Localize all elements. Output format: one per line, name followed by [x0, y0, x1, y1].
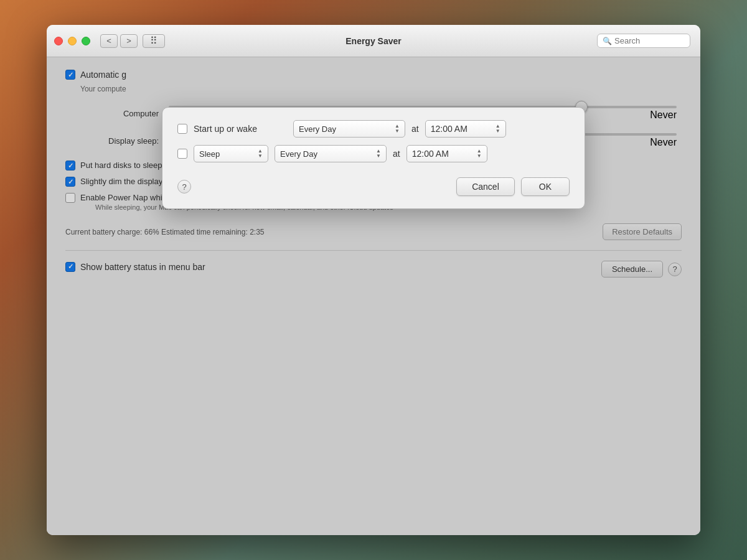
down-arrow-sleep: ▼ [258, 154, 263, 159]
minimize-button[interactable] [68, 37, 77, 45]
main-window: < > ⠿ Energy Saver 🔍 Automatic g Your co… [47, 25, 700, 535]
startup-at-label: at [411, 124, 419, 134]
cancel-button[interactable]: Cancel [456, 177, 515, 196]
search-icon: 🔍 [603, 37, 612, 45]
modal-row-startup: Start up or wake Every Day ▲ ▼ at 12:00 … [177, 120, 570, 138]
modal-action-buttons: Cancel OK [456, 177, 570, 196]
search-box[interactable]: 🔍 [597, 34, 690, 48]
startup-checkbox[interactable] [177, 124, 187, 134]
back-button[interactable]: < [100, 34, 118, 48]
forward-button[interactable]: > [120, 34, 138, 48]
sleep-day-stepper[interactable]: ▲ ▼ [376, 149, 381, 159]
down-arrow: ▼ [395, 129, 400, 134]
grid-button[interactable]: ⠿ [143, 34, 165, 48]
sleep-time-stepper[interactable]: ▲ ▼ [477, 149, 482, 159]
startup-action-label: Start up or wake [194, 124, 287, 134]
search-input[interactable] [614, 36, 685, 45]
startup-time-select[interactable]: 12:00 AM ▲ ▼ [425, 120, 506, 138]
maximize-button[interactable] [82, 37, 90, 45]
nav-buttons: < > [100, 34, 138, 48]
sleep-time-value: 12:00 AM [412, 149, 449, 159]
sleep-action-value: Sleep [199, 149, 220, 159]
sleep-action-select[interactable]: Sleep ▲ ▼ [194, 145, 268, 162]
down-arrow-time2: ▼ [477, 154, 482, 159]
modal-footer: ? Cancel OK [177, 172, 570, 196]
modal-help-button[interactable]: ? [177, 180, 191, 194]
startup-day-select[interactable]: Every Day ▲ ▼ [293, 120, 405, 138]
ok-button[interactable]: OK [521, 177, 570, 196]
startup-time-value: 12:00 AM [431, 124, 467, 134]
startup-day-stepper[interactable]: ▲ ▼ [395, 124, 400, 134]
sleep-at-label: at [393, 149, 400, 159]
sleep-checkbox[interactable] [177, 149, 187, 159]
down-arrow-time: ▼ [496, 129, 500, 134]
sleep-day-select[interactable]: Every Day ▲ ▼ [275, 145, 387, 162]
startup-time-stepper[interactable]: ▲ ▼ [496, 124, 500, 134]
window-title: Energy Saver [345, 36, 402, 46]
sleep-day-value: Every Day [280, 149, 317, 159]
startup-day-value: Every Day [299, 124, 336, 134]
content-area: Automatic g Your compute Computer 1 min … [47, 57, 700, 535]
traffic-lights [54, 37, 90, 45]
sleep-time-select[interactable]: 12:00 AM ▲ ▼ [406, 145, 487, 162]
close-button[interactable] [54, 37, 63, 45]
modal-overlay: Start up or wake Every Day ▲ ▼ at 12:00 … [47, 57, 700, 535]
titlebar: < > ⠿ Energy Saver 🔍 [47, 25, 700, 57]
schedule-modal: Start up or wake Every Day ▲ ▼ at 12:00 … [162, 107, 585, 209]
modal-row-sleep: Sleep ▲ ▼ Every Day ▲ ▼ at [177, 145, 570, 162]
sleep-action-stepper[interactable]: ▲ ▼ [258, 149, 263, 159]
down-arrow-day: ▼ [376, 154, 381, 159]
